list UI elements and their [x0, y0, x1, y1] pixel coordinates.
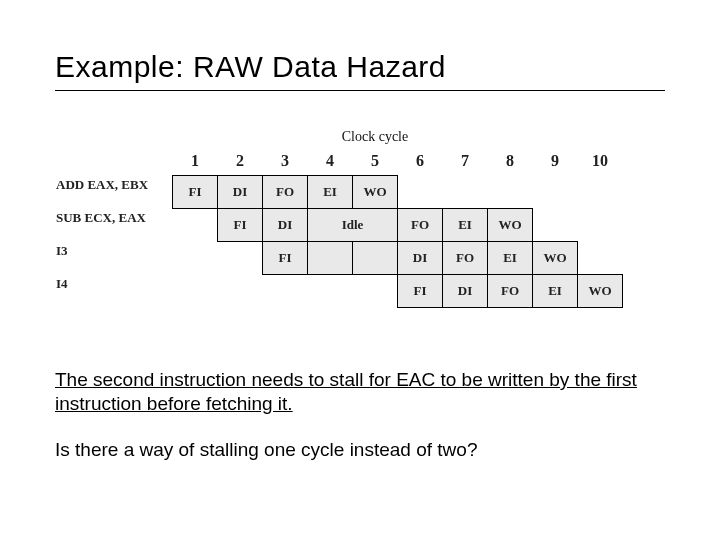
cell: DI	[218, 176, 263, 209]
row-label-i3: I3	[55, 242, 173, 275]
cell-empty	[173, 275, 218, 308]
cell-empty	[578, 242, 623, 275]
cell-empty	[398, 176, 443, 209]
slide: Example: RAW Data Hazard Clock cycle 1 2…	[0, 0, 720, 540]
cell: FI	[218, 209, 263, 242]
cell: DI	[398, 242, 443, 275]
cell: FO	[443, 242, 488, 275]
col-3: 3	[263, 147, 308, 176]
body-text: The second instruction needs to stall fo…	[55, 368, 665, 461]
pipeline-table: 1 2 3 4 5 6 7 8 9 10 ADD EAX, EBX FI DI	[55, 147, 623, 308]
col-6: 6	[398, 147, 443, 176]
col-7: 7	[443, 147, 488, 176]
col-4: 4	[308, 147, 353, 176]
cell-idle: Idle	[308, 209, 398, 242]
cell: EI	[308, 176, 353, 209]
cell-empty	[353, 275, 398, 308]
cell: WO	[578, 275, 623, 308]
col-10: 10	[578, 147, 623, 176]
clock-cycle-caption: Clock cycle	[165, 129, 585, 145]
cell-blank	[353, 242, 398, 275]
table-row: I4 FI DI FO EI WO	[55, 275, 623, 308]
cell-empty	[533, 176, 578, 209]
table-row: SUB ECX, EAX FI DI Idle FO EI WO	[55, 209, 623, 242]
cell: DI	[263, 209, 308, 242]
cell: EI	[533, 275, 578, 308]
slide-title: Example: RAW Data Hazard	[55, 50, 665, 91]
row-label-i4: I4	[55, 275, 173, 308]
cell: WO	[353, 176, 398, 209]
cell-empty	[578, 176, 623, 209]
cell-empty	[218, 275, 263, 308]
question-paragraph: Is there a way of stalling one cycle ins…	[55, 438, 665, 462]
cell: FO	[263, 176, 308, 209]
cell: DI	[443, 275, 488, 308]
cell-blank	[308, 242, 353, 275]
explanation-paragraph: The second instruction needs to stall fo…	[55, 368, 665, 416]
cell-empty	[173, 209, 218, 242]
cell-empty	[443, 176, 488, 209]
row-label-sub: SUB ECX, EAX	[55, 209, 173, 242]
cell: WO	[533, 242, 578, 275]
cell-empty	[308, 275, 353, 308]
cell: EI	[443, 209, 488, 242]
col-2: 2	[218, 147, 263, 176]
cell: FI	[263, 242, 308, 275]
cell-empty	[263, 275, 308, 308]
col-5: 5	[353, 147, 398, 176]
header-corner	[55, 147, 173, 176]
cell: FO	[488, 275, 533, 308]
table-row: ADD EAX, EBX FI DI FO EI WO	[55, 176, 623, 209]
cell: WO	[488, 209, 533, 242]
cell-empty	[578, 209, 623, 242]
col-9: 9	[533, 147, 578, 176]
cell-empty	[533, 209, 578, 242]
cell: FI	[173, 176, 218, 209]
pipeline-table-wrap: Clock cycle 1 2 3 4 5 6 7 8 9 10	[55, 129, 665, 308]
cell-empty	[218, 242, 263, 275]
row-label-add: ADD EAX, EBX	[55, 176, 173, 209]
col-8: 8	[488, 147, 533, 176]
cell-empty	[173, 242, 218, 275]
cell: EI	[488, 242, 533, 275]
table-row: I3 FI DI FO EI WO	[55, 242, 623, 275]
header-row: 1 2 3 4 5 6 7 8 9 10	[55, 147, 623, 176]
col-1: 1	[173, 147, 218, 176]
cell: FO	[398, 209, 443, 242]
cell: FI	[398, 275, 443, 308]
cell-empty	[488, 176, 533, 209]
